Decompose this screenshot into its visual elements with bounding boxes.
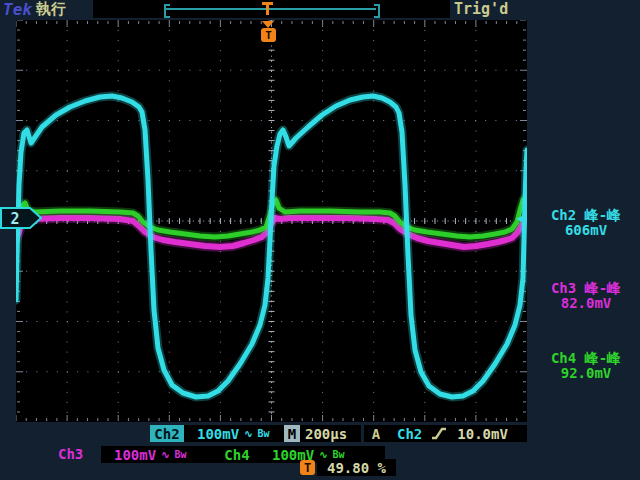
trigger-t-label: T	[265, 29, 272, 42]
channel-marker-arrow-icon	[1, 208, 41, 228]
trigger-position-readout: 49.80 %	[317, 459, 396, 476]
measurement-title: Ch4 峰-峰	[534, 351, 638, 366]
ac-coupling-icon: ∿	[244, 428, 252, 439]
ch3-scale-value: 100mV	[114, 447, 156, 463]
ch2-scale-value: 100mV	[197, 426, 239, 442]
bandwidth-limit-icon: Bw	[258, 428, 270, 439]
ac-coupling-icon: ∿	[161, 449, 169, 460]
ch3-label[interactable]: Ch3	[58, 446, 98, 462]
trigger-t-icon: T	[300, 460, 315, 475]
trigger-level-value: 10.0mV	[457, 426, 508, 442]
trigger-readout: Ch2 10.0mV	[388, 425, 527, 442]
bandwidth-limit-icon: Bw	[175, 449, 187, 460]
timebase-m-chip[interactable]: M	[284, 425, 300, 442]
record-view-strip	[93, 0, 450, 18]
measurement-ch2: Ch2 峰-峰 606mV	[534, 208, 638, 238]
measurement-value: 92.0mV	[534, 366, 638, 381]
ch2-label-chip[interactable]: Ch2	[150, 425, 184, 442]
measurement-ch3: Ch3 峰-峰 82.0mV	[534, 281, 638, 311]
channel2-position-marker[interactable]: 2	[0, 205, 42, 231]
trigger-a-chip: A	[364, 425, 388, 442]
record-view-right-bracket[interactable]	[374, 4, 380, 18]
measurement-value: 82.0mV	[534, 296, 638, 311]
timebase-readout: 200µs	[300, 425, 361, 442]
trigger-source: Ch2	[397, 426, 422, 442]
record-view-line	[166, 8, 376, 10]
measurement-title: Ch3 峰-峰	[534, 281, 638, 296]
oscilloscope-display: Tek 執行 Trig'd T 2 Ch2 峰-峰 606mV Ch3 峰-峰	[0, 0, 640, 480]
measurement-title: Ch2 峰-峰	[534, 208, 638, 223]
ch4-label[interactable]: Ch4	[215, 446, 259, 463]
record-trigger-marker-stem[interactable]	[266, 5, 269, 15]
record-view-left-bracket[interactable]	[164, 4, 170, 18]
ch2-scale-readout: 100mV ∿ Bw	[184, 425, 297, 442]
trigger-arrow-down-icon	[262, 21, 274, 28]
measurement-ch4: Ch4 峰-峰 92.0mV	[534, 351, 638, 381]
ch3-scale-readout: 100mV ∿ Bw	[101, 446, 227, 463]
acquisition-status: 執行	[36, 0, 66, 19]
measurement-value: 606mV	[534, 223, 638, 238]
rising-edge-icon	[431, 427, 447, 440]
trigger-position-marker[interactable]: T	[261, 21, 276, 42]
tek-logo: Tek	[3, 0, 32, 19]
graticule-screen: T	[16, 20, 527, 422]
channel-marker-label: 2	[10, 210, 19, 228]
trigger-status: Trig'd	[454, 0, 508, 18]
waveform-svg: T	[16, 20, 527, 422]
